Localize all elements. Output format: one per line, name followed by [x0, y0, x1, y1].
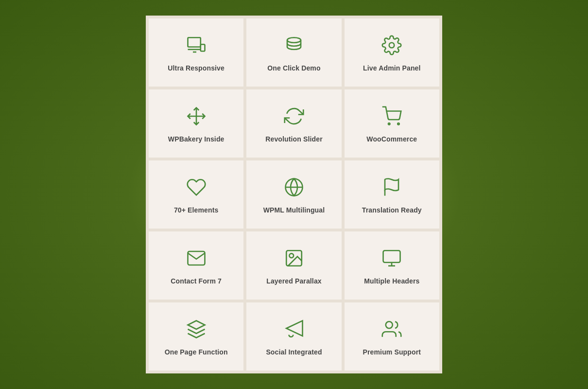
- feature-label-translation-ready: Translation Ready: [362, 206, 422, 214]
- globe-icon: [284, 177, 304, 199]
- layers-icon: [186, 319, 207, 341]
- database-icon: [284, 35, 304, 57]
- monitor-mobile-icon: [186, 35, 207, 57]
- svg-point-7: [388, 123, 390, 125]
- feature-cell-multiple-headers: Multiple Headers: [345, 231, 439, 300]
- monitor-icon: [381, 248, 402, 270]
- feature-label-wpml-multilingual: WPML Multilingual: [263, 206, 325, 214]
- svg-point-3: [287, 37, 301, 43]
- feature-label-social-integrated: Social Integrated: [266, 348, 322, 356]
- feature-label-live-admin-panel: Live Admin Panel: [363, 64, 420, 72]
- move-icon: [186, 106, 207, 128]
- refresh-icon: [284, 106, 304, 128]
- feature-label-contact-form-7: Contact Form 7: [171, 277, 222, 285]
- feature-label-wpbakery-inside: WPBakery Inside: [168, 135, 225, 143]
- feature-cell-one-page-function: One Page Function: [149, 302, 243, 371]
- users-icon: [381, 319, 402, 341]
- feature-cell-70-elements: 70+ Elements: [149, 160, 243, 229]
- feature-cell-live-admin-panel: Live Admin Panel: [345, 18, 439, 87]
- feature-label-70-elements: 70+ Elements: [174, 206, 219, 214]
- feature-cell-woocommerce: WooCommerce: [345, 89, 439, 158]
- svg-point-13: [289, 253, 294, 258]
- feature-cell-premium-support: Premium Support: [345, 302, 439, 371]
- feature-label-multiple-headers: Multiple Headers: [364, 277, 419, 285]
- feature-label-woocommerce: WooCommerce: [366, 135, 417, 143]
- svg-point-18: [386, 321, 393, 328]
- svg-marker-17: [188, 321, 205, 330]
- feature-cell-wpbakery-inside: WPBakery Inside: [149, 89, 243, 158]
- envelope-icon: [186, 248, 207, 270]
- feature-cell-one-click-demo: One Click Demo: [246, 18, 341, 87]
- feature-cell-revolution-slider: Revolution Slider: [246, 89, 341, 158]
- feature-cell-layered-parallax: Layered Parallax: [246, 231, 341, 300]
- flag-icon: [381, 177, 402, 199]
- feature-label-one-page-function: One Page Function: [165, 348, 228, 356]
- feature-label-premium-support: Premium Support: [363, 348, 421, 356]
- svg-rect-2: [200, 44, 205, 51]
- features-grid: Ultra ResponsiveOne Click DemoLive Admin…: [146, 16, 442, 373]
- feature-label-one-click-demo: One Click Demo: [267, 64, 320, 72]
- svg-rect-0: [188, 37, 200, 47]
- feature-cell-wpml-multilingual: WPML Multilingual: [246, 160, 341, 229]
- feature-cell-ultra-responsive: Ultra Responsive: [149, 18, 243, 87]
- image-user-icon: [284, 248, 304, 270]
- feature-label-revolution-slider: Revolution Slider: [265, 135, 323, 143]
- feature-cell-social-integrated: Social Integrated: [246, 302, 341, 371]
- svg-rect-14: [383, 250, 400, 263]
- cart-icon: [381, 106, 402, 128]
- megaphone-icon: [284, 319, 304, 341]
- feature-label-layered-parallax: Layered Parallax: [266, 277, 322, 285]
- heart-icon: [186, 177, 207, 199]
- gear-icon: [381, 35, 402, 57]
- feature-cell-translation-ready: Translation Ready: [345, 160, 439, 229]
- feature-cell-contact-form-7: Contact Form 7: [149, 231, 243, 300]
- feature-label-ultra-responsive: Ultra Responsive: [168, 64, 225, 72]
- svg-point-8: [398, 123, 400, 125]
- svg-point-4: [389, 43, 395, 48]
